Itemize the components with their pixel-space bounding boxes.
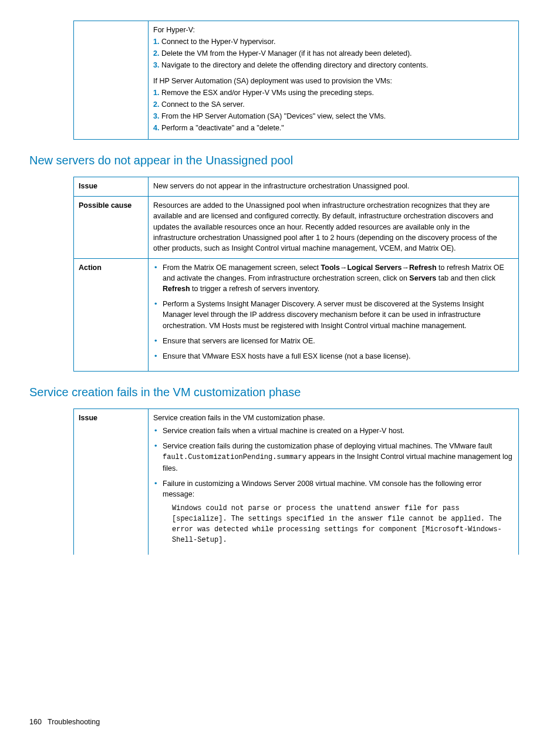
ab1-pre: From the Matrix OE management screen, se…	[163, 264, 321, 272]
hyperv-intro: For Hyper-V:	[153, 25, 514, 35]
issue-table-continued: For Hyper-V: 1. Connect to the Hyper-V h…	[73, 21, 519, 140]
sa-steps-list: 1. Remove the ESX and/or Hyper-V VMs usi…	[153, 87, 514, 134]
sc-intro: Service creation fails in the VM customi…	[153, 413, 514, 423]
action-cell: From the Matrix OE management screen, se…	[149, 258, 519, 371]
sc-bullet-2: Service creation fails during the custom…	[153, 441, 514, 474]
issue-table-service-creation: Issue Service creation fails in the VM c…	[73, 409, 519, 555]
ab1-servers: Servers	[409, 274, 436, 282]
cause-text: Resources are added to the Unassigned po…	[149, 197, 519, 259]
sa-step-2: Connect to the SA server.	[161, 100, 245, 109]
issue-text: New servers do not appear in the infrast…	[149, 177, 519, 197]
issue-table-new-servers: Issue New servers do not appear in the i…	[73, 177, 519, 372]
ab1-ls: Logical Servers	[347, 264, 402, 272]
cause-label: Possible cause	[74, 197, 149, 259]
hyperv-step-1: Connect to the Hyper-V hypervisor.	[161, 38, 276, 46]
heading-service-creation: Service creation fails in the VM customi…	[29, 384, 531, 400]
sa-step-1: Remove the ESX and/or Hyper-V VMs using …	[161, 89, 374, 97]
sc-b3-error: Windows could not parse or process the u…	[172, 503, 514, 545]
issue-label: Issue	[74, 177, 149, 197]
issue-cell-sc: Service creation fails in the VM customi…	[149, 409, 519, 555]
empty-label-cell	[74, 21, 149, 140]
ab1-refresh2: Refresh	[163, 285, 190, 293]
action-bullet-3: Ensure that servers are licensed for Mat…	[153, 336, 514, 346]
sc-bullet-1: Service creation fails when a virtual ma…	[153, 426, 514, 436]
sc-bullet-3: Failure in customizing a Windows Server …	[153, 478, 514, 545]
sa-intro: If HP Server Automation (SA) deployment …	[153, 76, 514, 86]
ab1-tools: Tools	[321, 264, 340, 272]
ab1-post: to trigger a refresh of servers inventor…	[190, 285, 320, 293]
action-bullet-2: Perform a Systems Insight Manager Discov…	[153, 299, 514, 330]
heading-new-servers: New servers do not appear in the Unassig…	[29, 153, 531, 168]
action-bullet-1: From the Matrix OE management screen, se…	[153, 262, 514, 294]
hyperv-step-2: Delete the VM from the Hyper-V Manager (…	[161, 49, 412, 58]
sc-b2-code: fault.CustomizationPending.summary	[163, 453, 306, 461]
hyperv-step-3: Navigate to the directory and delete the…	[161, 61, 428, 69]
action-bullet-4: Ensure that VMware ESX hosts have a full…	[153, 351, 514, 362]
continued-action-cell: For Hyper-V: 1. Connect to the Hyper-V h…	[149, 21, 519, 140]
ab1-mid2: tab and then click	[436, 274, 495, 282]
action-label: Action	[74, 258, 149, 371]
sc-b3-text: Failure in customizing a Windows Server …	[163, 480, 481, 498]
ab1-refresh: Refresh	[409, 264, 437, 272]
hyperv-steps-list: 1. Connect to the Hyper-V hypervisor. 2.…	[153, 36, 514, 70]
sa-step-4: Perform a "deactivate" and a "delete."	[161, 124, 284, 132]
sa-step-3: From the HP Server Automation (SA) "Devi…	[161, 112, 386, 120]
issue-label-sc: Issue	[74, 409, 149, 555]
sc-b2-pre: Service creation fails during the custom…	[163, 442, 492, 450]
